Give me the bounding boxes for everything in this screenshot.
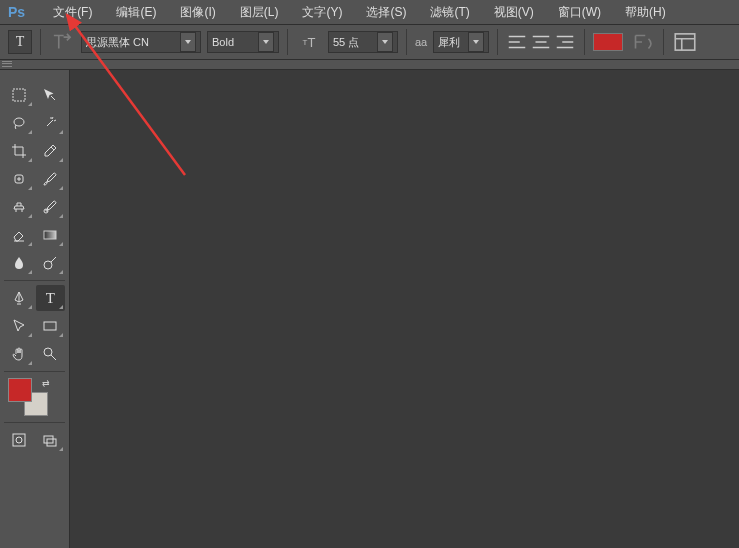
text-color-swatch[interactable] (593, 33, 623, 51)
toolbox: T ⇄ (0, 70, 70, 548)
marquee-tool[interactable] (4, 82, 34, 108)
blur-tool[interactable] (4, 250, 34, 276)
brush-tool[interactable] (36, 166, 66, 192)
screen-mode-button[interactable] (36, 427, 66, 453)
dodge-tool[interactable] (36, 250, 66, 276)
pen-tool[interactable] (4, 285, 34, 311)
svg-rect-7 (44, 322, 56, 330)
menu-help[interactable]: 帮助(H) (613, 4, 678, 21)
history-brush-tool[interactable] (36, 194, 66, 220)
canvas-area[interactable] (70, 70, 739, 548)
quick-mask-button[interactable] (4, 427, 34, 453)
path-selection-tool[interactable] (4, 313, 34, 339)
rectangle-tool[interactable] (36, 313, 66, 339)
menu-layer[interactable]: 图层(L) (228, 4, 291, 21)
hand-tool[interactable] (4, 341, 34, 367)
align-right-button[interactable] (554, 31, 576, 53)
type-tool[interactable]: T (36, 285, 66, 311)
document-tab-strip (0, 60, 739, 70)
eyedropper-tool[interactable] (36, 138, 66, 164)
menu-bar: Ps 文件(F) 编辑(E) 图像(I) 图层(L) 文字(Y) 选择(S) 滤… (0, 0, 739, 24)
magic-wand-tool[interactable] (36, 110, 66, 136)
font-size-icon: TT (296, 30, 322, 54)
antialias-value: 犀利 (438, 35, 460, 50)
gradient-tool[interactable] (36, 222, 66, 248)
font-family-select[interactable]: 思源黑体 CN (81, 31, 201, 53)
lasso-tool[interactable] (4, 110, 34, 136)
svg-point-2 (14, 118, 24, 126)
text-align-group (506, 31, 576, 53)
swap-colors-icon[interactable]: ⇄ (42, 378, 50, 388)
svg-point-6 (44, 261, 52, 269)
svg-rect-1 (13, 89, 25, 101)
eraser-tool[interactable] (4, 222, 34, 248)
menu-edit[interactable]: 编辑(E) (104, 4, 168, 21)
svg-rect-5 (44, 231, 56, 239)
font-size-select[interactable]: 55 点 (328, 31, 398, 53)
menu-view[interactable]: 视图(V) (482, 4, 546, 21)
type-icon: T (16, 34, 25, 50)
app-logo: Ps (8, 4, 25, 20)
text-orientation-button[interactable] (49, 30, 75, 54)
foreground-color[interactable] (8, 378, 32, 402)
active-tool-indicator[interactable]: T (8, 30, 32, 54)
type-icon: T (46, 290, 55, 307)
font-family-value: 思源黑体 CN (86, 35, 149, 50)
menu-window[interactable]: 窗口(W) (546, 4, 613, 21)
healing-brush-tool[interactable] (4, 166, 34, 192)
svg-point-8 (44, 348, 52, 356)
zoom-tool[interactable] (36, 341, 66, 367)
font-size-value: 55 点 (333, 35, 359, 50)
menu-filter[interactable]: 滤镜(T) (418, 4, 481, 21)
options-bar: T 思源黑体 CN Bold TT 55 点 aa 犀利 (0, 24, 739, 60)
antialias-icon: aa (415, 36, 427, 48)
menu-image[interactable]: 图像(I) (168, 4, 227, 21)
crop-tool[interactable] (4, 138, 34, 164)
antialias-select[interactable]: 犀利 (433, 31, 489, 53)
font-style-select[interactable]: Bold (207, 31, 279, 53)
move-tool[interactable] (36, 82, 66, 108)
align-center-button[interactable] (530, 31, 552, 53)
panels-button[interactable] (672, 30, 698, 54)
svg-point-10 (16, 437, 22, 443)
clone-stamp-tool[interactable] (4, 194, 34, 220)
menu-type[interactable]: 文字(Y) (290, 4, 354, 21)
align-left-button[interactable] (506, 31, 528, 53)
svg-rect-9 (13, 434, 25, 446)
menu-file[interactable]: 文件(F) (41, 4, 104, 21)
color-swatches: ⇄ (8, 378, 54, 418)
warp-text-button[interactable] (629, 30, 655, 54)
svg-rect-0 (675, 34, 695, 50)
menu-select[interactable]: 选择(S) (354, 4, 418, 21)
font-style-value: Bold (212, 36, 234, 48)
